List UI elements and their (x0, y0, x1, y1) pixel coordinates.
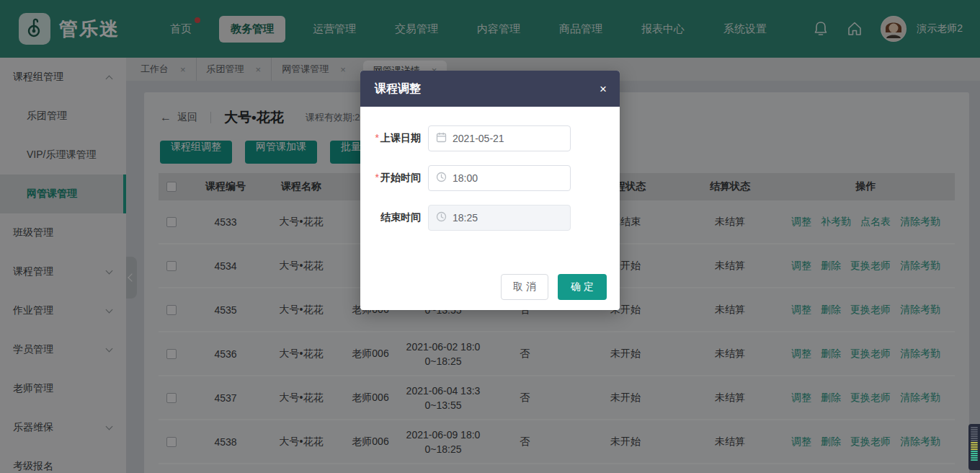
minimap-stripe (971, 436, 978, 437)
cancel-button[interactable]: 取 消 (501, 274, 548, 300)
minimap-stripe (971, 459, 978, 461)
class-date-input[interactable]: 2021-05-21 (428, 125, 571, 151)
minimap-stripe (971, 440, 978, 441)
minimap-stripe (971, 442, 978, 443)
minimap-stripe (971, 448, 978, 450)
field-value: 2021-05-21 (453, 133, 504, 144)
field-label: *上课日期 (360, 132, 421, 145)
required-asterisk: * (375, 132, 379, 143)
minimap-stripe (971, 444, 978, 446)
field-label: *开始时间 (360, 172, 421, 185)
end-time-input: 18:25 (428, 205, 571, 231)
clock-icon (436, 172, 447, 185)
form-field-row: *开始时间18:00 (360, 165, 620, 191)
minimap-stripe (971, 457, 978, 459)
calendar-icon (436, 132, 447, 145)
field-label-text: 开始时间 (380, 172, 421, 183)
minimap-stripe (971, 431, 978, 433)
minimap-stripe (971, 451, 978, 452)
dialog-footer: 取 消 确 定 (501, 274, 607, 300)
dialog-body: *上课日期2021-05-21*开始时间18:00结束时间18:25 (360, 107, 620, 231)
field-value: 18:25 (453, 212, 478, 224)
minimap-stripe (971, 446, 978, 448)
scroll-minimap[interactable] (968, 424, 980, 470)
minimap-stripe (971, 433, 978, 435)
start-time-input[interactable]: 18:00 (428, 165, 571, 191)
field-value: 18:00 (453, 172, 478, 184)
minimap-stripe (971, 453, 978, 454)
confirm-button[interactable]: 确 定 (558, 274, 607, 300)
course-adjust-dialog: 课程调整 × *上课日期2021-05-21*开始时间18:00结束时间18:2… (360, 71, 620, 310)
required-asterisk: * (375, 172, 379, 183)
minimap-stripe (971, 438, 978, 439)
dialog-header: 课程调整 × (360, 71, 620, 107)
close-icon[interactable]: × (600, 83, 607, 95)
minimap-stripe (971, 429, 978, 430)
field-label: 结束时间 (360, 211, 421, 224)
minimap-stripe (971, 427, 978, 428)
form-field-row: 结束时间18:25 (360, 205, 620, 231)
minimap-stripe (971, 455, 978, 456)
field-label-text: 结束时间 (380, 211, 421, 223)
dialog-title: 课程调整 (375, 81, 421, 97)
field-label-text: 上课日期 (380, 132, 421, 143)
clock-icon (436, 211, 447, 224)
form-field-row: *上课日期2021-05-21 (360, 125, 620, 151)
